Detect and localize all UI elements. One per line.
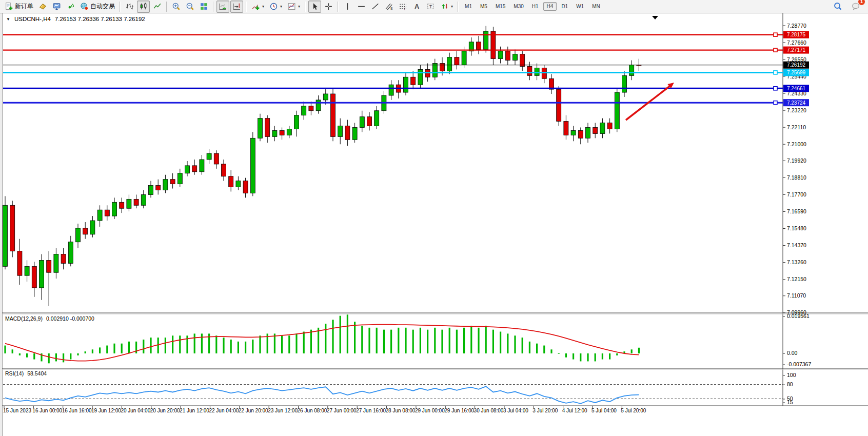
text-button[interactable]: A: [410, 1, 423, 13]
resistance-line-1-handle[interactable]: [774, 33, 777, 36]
macd-histogram-bar: [259, 335, 261, 353]
candle-body-down: [17, 251, 22, 276]
macd-histogram-bar: [500, 332, 501, 353]
support-line-blue-2-badge-label: 7.23724: [787, 100, 806, 106]
cursor-button[interactable]: [308, 1, 321, 13]
shapes-icon: [440, 2, 449, 11]
tiles-icon: [200, 2, 208, 11]
price-axis-label: 7.12150: [787, 276, 806, 282]
timeframe-w1[interactable]: W1: [573, 2, 587, 11]
support-line-blue-1-badge-label: 7.24661: [787, 86, 806, 91]
indicator-add-icon: [251, 2, 260, 11]
chart-shift-marker[interactable]: [652, 16, 658, 19]
toolbar-separator: [305, 2, 306, 12]
price-axis-label: 7.11070: [787, 292, 806, 299]
candlestick: [338, 118, 343, 145]
autotrade-button[interactable]: 自动交易: [78, 1, 117, 13]
market-watch-button[interactable]: [36, 1, 49, 13]
toolbar: 新订单自动交易▾▾▾EFAT▾M1M5M15M30H1H4D1W1MN 1: [0, 0, 868, 13]
ohlc-values: 7.26153 7.26336 7.26133 7.26192: [55, 16, 145, 22]
candle-body-up: [535, 68, 539, 75]
trendline-button[interactable]: [369, 1, 382, 13]
candlestick: [97, 205, 102, 227]
arrows-button[interactable]: ▾: [438, 1, 455, 13]
candle-body-down: [331, 94, 336, 136]
timeframe-h4[interactable]: H4: [543, 2, 557, 11]
zoom-in-button[interactable]: [170, 1, 183, 13]
candlestick: [280, 127, 284, 140]
line-chart-button[interactable]: [151, 1, 164, 13]
toolbar-group: [169, 0, 211, 13]
templates-button[interactable]: ▾: [285, 1, 302, 13]
text-label-button[interactable]: T: [424, 1, 437, 13]
candlestick: [309, 102, 313, 115]
price-axis-label: 7.14370: [787, 242, 806, 248]
zoom-out-button[interactable]: [184, 1, 196, 13]
candle-body-down: [32, 266, 36, 288]
svg-text:A: A: [415, 3, 419, 10]
resistance-line-2-handle[interactable]: [774, 48, 777, 52]
candlestick: [10, 201, 15, 257]
channel-icon: E: [385, 2, 393, 11]
fibonacci-button[interactable]: F: [397, 1, 409, 13]
time-axis-label: 27 Jun 00:00: [327, 408, 357, 413]
zoom-out-icon: [186, 2, 194, 11]
crosshair-button[interactable]: [322, 1, 335, 13]
candlestick: [272, 126, 277, 142]
timeframe-m15[interactable]: M15: [492, 2, 509, 11]
macd-histogram-bar: [63, 353, 64, 362]
indicators-button[interactable]: ▾: [249, 1, 266, 13]
macd-histogram-bar: [602, 353, 603, 360]
clock-icon: [269, 2, 278, 11]
candle-body-up: [418, 69, 423, 85]
new-order-button[interactable]: 新订单: [3, 1, 35, 13]
tile-windows-button[interactable]: [198, 1, 210, 13]
periods-button[interactable]: ▾: [267, 1, 284, 13]
bar-chart-button[interactable]: [123, 1, 136, 13]
chart-canvas[interactable]: 7.287707.276607.265507.254407.243307.232…: [0, 0, 868, 436]
macd-histogram-bar: [420, 328, 421, 353]
search-button[interactable]: [832, 1, 844, 13]
charts-window-button[interactable]: [50, 1, 63, 13]
signals-button[interactable]: [64, 1, 77, 13]
horizontal-line-button[interactable]: [355, 1, 368, 13]
candlestick: [90, 216, 95, 237]
macd-axis-label: 0.019561: [787, 313, 810, 319]
timeframe-m30[interactable]: M30: [510, 2, 527, 11]
support-line-blue-1-handle[interactable]: [774, 87, 777, 90]
candle-body-up: [462, 51, 466, 65]
rsi-name: RSI(14): [5, 370, 24, 376]
chevron-down-icon[interactable]: ▼: [6, 17, 10, 22]
toolbar-group: 新订单自动交易: [2, 0, 117, 13]
time-axis-label: 19 Jun 12:00: [91, 408, 121, 413]
equidistant-channel-button[interactable]: E: [383, 1, 396, 13]
hline-icon: [357, 2, 366, 11]
auto-scroll-button[interactable]: [216, 1, 229, 13]
support-line-blue-2-handle[interactable]: [774, 101, 777, 105]
candle-body-up: [250, 138, 255, 193]
chart-shift-button[interactable]: [230, 1, 243, 13]
candle-body-up: [127, 199, 131, 208]
macd-histogram-bar: [150, 338, 151, 353]
vertical-line-button[interactable]: [341, 1, 354, 13]
candlestick: [265, 115, 270, 143]
candle-body-up: [571, 130, 576, 135]
notifications-button[interactable]: 1: [850, 1, 862, 13]
resistance-line-1-badge-label: 7.28175: [787, 32, 806, 37]
candlestick: [404, 72, 408, 95]
timeframe-mn[interactable]: MN: [588, 2, 604, 11]
toolbar-group: [216, 0, 244, 13]
candle-body-down: [367, 117, 372, 126]
rsi-indicator-label: RSI(14) 58.5404: [5, 370, 47, 376]
toolbar-separator: [120, 2, 121, 12]
candlestick-chart-button[interactable]: [137, 1, 150, 13]
timeframe-m1[interactable]: M1: [461, 2, 476, 11]
timeframe-m5[interactable]: M5: [477, 2, 491, 11]
timeframe-h1[interactable]: H1: [528, 2, 542, 11]
macd-histogram-bar: [492, 330, 494, 353]
macd-histogram-bar: [441, 330, 443, 353]
timeframe-d1[interactable]: D1: [558, 2, 571, 11]
support-line-cyan-handle[interactable]: [774, 71, 777, 74]
candle-body-down: [578, 130, 583, 138]
macd-histogram-bar: [274, 333, 275, 353]
